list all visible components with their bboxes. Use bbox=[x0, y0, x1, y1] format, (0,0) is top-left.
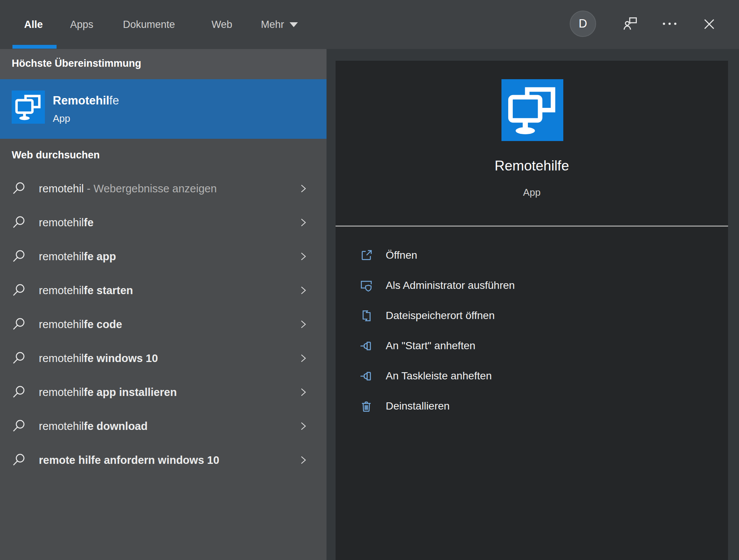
web-search-header: Web durchsuchen bbox=[12, 149, 100, 161]
close-icon[interactable] bbox=[702, 17, 716, 31]
suggestion-completion: fe app installieren bbox=[84, 386, 177, 398]
best-match-texts: Remotehilfe App bbox=[53, 79, 119, 139]
tab-apps[interactable]: Apps bbox=[70, 0, 94, 49]
suggestion-completion: fe code bbox=[84, 318, 122, 330]
action-pin-to-taskbar[interactable]: An Taskleiste anheften bbox=[336, 361, 728, 391]
preview-panel: Remotehilfe App Öffnen bbox=[327, 49, 739, 560]
chevron-right-icon[interactable] bbox=[298, 250, 308, 263]
chevron-right-icon[interactable] bbox=[298, 420, 308, 433]
suggestion-text: remotehil - Webergebnisse anzeigen bbox=[39, 183, 217, 195]
chevron-right-icon[interactable] bbox=[298, 386, 308, 399]
chevron-down-icon bbox=[290, 22, 298, 27]
action-label: Dateispeicherort öffnen bbox=[386, 310, 495, 322]
user-avatar[interactable]: D bbox=[570, 11, 596, 37]
suggestion-note: - Webergebnisse anzeigen bbox=[84, 183, 217, 195]
pin-to-taskbar-icon bbox=[359, 369, 373, 383]
remote-assistance-app-icon bbox=[501, 79, 563, 141]
active-tab-underline bbox=[12, 45, 57, 49]
pin-to-start-icon bbox=[359, 339, 373, 353]
search-icon bbox=[12, 181, 27, 196]
chevron-right-icon[interactable] bbox=[298, 216, 308, 229]
divider bbox=[336, 226, 728, 227]
tab-mehr-label: Mehr bbox=[261, 19, 284, 31]
tab-alle[interactable]: Alle bbox=[24, 0, 43, 49]
suggestion-text: remotehilfe app bbox=[39, 250, 116, 263]
suggestion-row[interactable]: remotehilfe download bbox=[0, 409, 327, 443]
more-options-icon[interactable] bbox=[661, 19, 679, 29]
search-icon bbox=[12, 419, 27, 434]
search-icon bbox=[12, 283, 27, 298]
action-uninstall[interactable]: Deinstallieren bbox=[336, 391, 728, 421]
search-icon bbox=[12, 215, 27, 230]
suggestion-typed: remotehil bbox=[39, 216, 84, 229]
suggestion-typed: remotehil bbox=[39, 420, 84, 432]
action-label: Deinstallieren bbox=[386, 400, 450, 412]
web-suggestions-list: remotehil - Webergebnisse anzeigen remot… bbox=[0, 172, 327, 477]
search-filter-bar: Alle Apps Dokumente Web Mehr D bbox=[0, 0, 739, 49]
best-match-title-match: Remotehil bbox=[53, 94, 109, 107]
tab-web-label: Web bbox=[212, 19, 232, 31]
search-icon bbox=[12, 249, 27, 264]
action-label: Als Administrator ausführen bbox=[386, 279, 515, 292]
best-match-title-rest: fe bbox=[109, 94, 119, 107]
suggestion-typed: remotehil bbox=[39, 386, 84, 398]
best-match-title: Remotehilfe bbox=[53, 94, 119, 107]
suggestion-completion: fe bbox=[84, 216, 94, 229]
action-label: Öffnen bbox=[386, 249, 417, 261]
best-match-type: App bbox=[53, 113, 119, 124]
suggestion-row[interactable]: remotehilfe windows 10 bbox=[0, 341, 327, 375]
run-as-admin-icon bbox=[359, 279, 373, 293]
suggestion-row[interactable]: remotehilfe app installieren bbox=[0, 375, 327, 409]
suggestion-typed: remotehil bbox=[39, 284, 84, 296]
search-icon bbox=[12, 351, 27, 366]
search-icon bbox=[12, 453, 27, 468]
suggestion-typed: remotehil bbox=[39, 250, 84, 262]
tab-dokumente-label: Dokumente bbox=[123, 19, 175, 31]
action-open[interactable]: Öffnen bbox=[336, 240, 728, 270]
action-label: An "Start" anheften bbox=[386, 340, 475, 352]
app-preview-card: Remotehilfe App Öffnen bbox=[336, 61, 728, 560]
action-run-as-admin[interactable]: Als Administrator ausführen bbox=[336, 270, 728, 301]
tab-web[interactable]: Web bbox=[212, 0, 232, 49]
suggestion-row[interactable]: remotehilfe app bbox=[0, 239, 327, 273]
suggestion-text: remotehilfe download bbox=[39, 420, 147, 433]
suggestion-typed: remotehil bbox=[39, 352, 84, 364]
best-match-header: Höchste Übereinstimmung bbox=[12, 58, 141, 69]
open-icon bbox=[359, 249, 373, 262]
chevron-right-icon[interactable] bbox=[298, 352, 308, 365]
tab-mehr[interactable]: Mehr bbox=[261, 0, 298, 49]
suggestion-text: remotehilfe app installieren bbox=[39, 386, 177, 399]
app-title: Remotehilfe bbox=[336, 158, 728, 174]
suggestion-completion: remote hilfe anfordern windows 10 bbox=[39, 454, 219, 466]
suggestion-completion: fe download bbox=[84, 420, 147, 432]
file-location-icon bbox=[359, 309, 373, 323]
suggestion-completion: fe starten bbox=[84, 284, 133, 296]
chevron-right-icon[interactable] bbox=[298, 318, 308, 331]
suggestion-typed: remotehil bbox=[39, 318, 84, 330]
best-match-result[interactable]: Remotehilfe App bbox=[0, 79, 327, 139]
windows-search-flyout: Alle Apps Dokumente Web Mehr D bbox=[0, 0, 739, 560]
uninstall-icon bbox=[359, 399, 373, 413]
app-type: App bbox=[336, 187, 728, 198]
avatar-letter: D bbox=[579, 17, 587, 31]
suggestion-row[interactable]: remotehilfe bbox=[0, 206, 327, 239]
suggestion-text: remotehilfe code bbox=[39, 318, 122, 331]
suggestion-row[interactable]: remotehilfe starten bbox=[0, 273, 327, 307]
action-open-file-location[interactable]: Dateispeicherort öffnen bbox=[336, 301, 728, 331]
search-icon bbox=[12, 385, 27, 400]
action-pin-to-start[interactable]: An "Start" anheften bbox=[336, 331, 728, 361]
suggestion-completion: fe app bbox=[84, 250, 116, 262]
chevron-right-icon[interactable] bbox=[298, 284, 308, 297]
suggestion-text: remotehilfe bbox=[39, 216, 94, 229]
tab-dokumente[interactable]: Dokumente bbox=[123, 0, 175, 49]
suggestion-row[interactable]: remote hilfe anfordern windows 10 bbox=[0, 443, 327, 477]
suggestion-row[interactable]: remotehilfe code bbox=[0, 307, 327, 341]
chevron-right-icon[interactable] bbox=[298, 454, 308, 466]
chevron-right-icon[interactable] bbox=[298, 182, 308, 195]
app-actions-list: Öffnen Als Administrator ausführen bbox=[336, 240, 728, 421]
suggestion-row[interactable]: remotehil - Webergebnisse anzeigen bbox=[0, 172, 327, 206]
tab-alle-label: Alle bbox=[24, 19, 43, 31]
feedback-icon[interactable] bbox=[621, 15, 639, 32]
suggestion-text: remote hilfe anfordern windows 10 bbox=[39, 454, 219, 466]
suggestion-text: remotehilfe windows 10 bbox=[39, 352, 158, 365]
